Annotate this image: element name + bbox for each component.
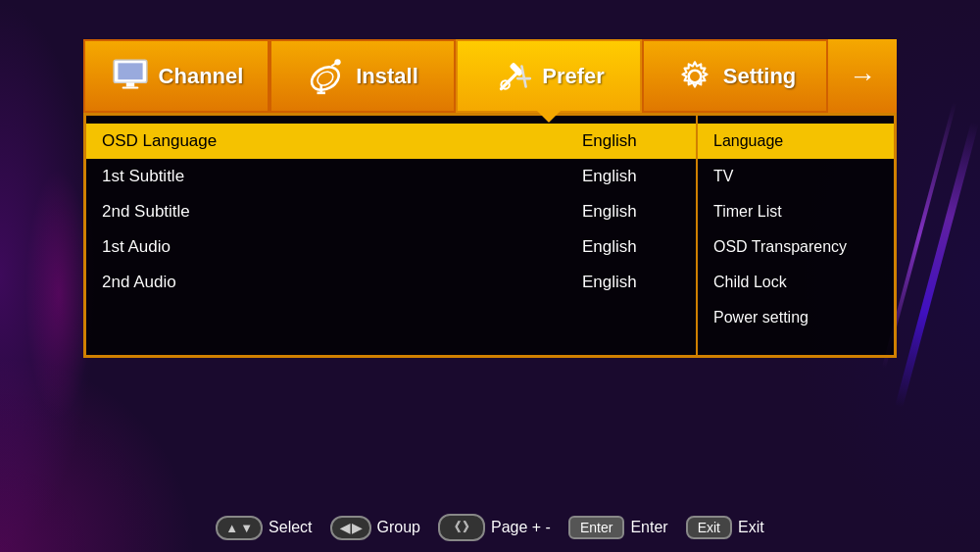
left-row-osd-language-label: OSD Language [102, 131, 582, 151]
left-row-1st-subtitle-label: 1st Subtitle [102, 167, 582, 186]
tab-setting-label: Setting [723, 64, 797, 89]
group-icon: ◀ ▶ [330, 516, 371, 540]
right-item-power-setting-label: Power setting [713, 309, 808, 326]
left-row-2nd-subtitle[interactable]: 2nd Subtitle English [86, 194, 696, 229]
exit-label: Exit [738, 519, 764, 536]
tab-more-arrow[interactable]: → [828, 39, 897, 113]
right-item-osd-transparency-label: OSD Transparency [713, 238, 847, 256]
left-row-2nd-subtitle-label: 2nd Subtitle [102, 202, 582, 222]
svg-rect-2 [125, 82, 133, 86]
svg-point-4 [308, 62, 343, 94]
svg-point-7 [335, 59, 341, 65]
tab-channel[interactable]: Channel [83, 39, 270, 113]
bottom-exit[interactable]: Exit Exit [686, 516, 764, 539]
right-item-timer-list-label: Timer List [713, 203, 782, 221]
right-item-tv-label: TV [713, 168, 733, 185]
nav-tabs: Channel Install [83, 39, 897, 113]
right-panel: Language TV Timer List OSD Transparency … [698, 116, 894, 355]
more-arrow-icon: → [849, 61, 876, 92]
right-item-timer-list[interactable]: Timer List [698, 194, 894, 229]
gear-icon [674, 56, 715, 97]
right-item-tv[interactable]: TV [698, 159, 894, 194]
left-row-1st-audio-label: 1st Audio [102, 237, 582, 257]
right-arrow-icon: ▶ [352, 521, 362, 535]
right-item-child-lock-label: Child Lock [713, 274, 787, 291]
up-arrow-icon: ▲ [225, 521, 238, 535]
left-row-2nd-audio-label: 2nd Audio [102, 273, 582, 292]
tab-setting[interactable]: Setting [642, 39, 828, 113]
right-item-language[interactable]: Language [698, 124, 894, 159]
svg-line-13 [522, 66, 526, 86]
left-arrow-icon: ◀ [340, 521, 350, 535]
down-arrow-icon: ▼ [240, 521, 253, 535]
page-label: Page + - [491, 519, 551, 536]
right-item-language-label: Language [713, 132, 783, 150]
tools-icon [493, 56, 534, 97]
left-row-2nd-audio-value: English [582, 273, 680, 292]
left-row-1st-subtitle-value: English [582, 167, 680, 186]
svg-rect-1 [118, 63, 142, 79]
main-container: Channel Install [83, 39, 897, 510]
right-item-osd-transparency[interactable]: OSD Transparency [698, 229, 894, 265]
right-item-power-setting[interactable]: Power setting [698, 300, 894, 335]
left-row-1st-subtitle[interactable]: 1st Subtitle English [86, 159, 696, 194]
tab-channel-label: Channel [159, 64, 244, 89]
select-icon: ▲ ▼ [216, 516, 263, 540]
tab-install-label: Install [356, 64, 418, 89]
dish-icon [307, 56, 348, 97]
left-row-1st-audio-value: English [582, 237, 680, 257]
tab-prefer[interactable]: Prefer [456, 39, 642, 113]
right-item-child-lock[interactable]: Child Lock [698, 265, 894, 300]
svg-rect-3 [122, 86, 138, 88]
enter-button-icon: Enter [568, 516, 624, 539]
left-row-2nd-audio[interactable]: 2nd Audio English [86, 265, 696, 300]
bottom-enter[interactable]: Enter Enter [568, 516, 668, 539]
left-row-osd-language-value: English [582, 131, 680, 151]
select-label: Select [269, 519, 312, 536]
svg-point-15 [688, 70, 701, 82]
bottom-page: 《 》 Page + - [438, 514, 551, 541]
exit-button-icon: Exit [686, 516, 732, 539]
tab-active-indicator [537, 111, 561, 123]
bottom-group: ◀ ▶ Group [330, 516, 420, 540]
tab-prefer-label: Prefer [542, 64, 605, 89]
tab-install[interactable]: Install [270, 39, 456, 113]
left-row-1st-audio[interactable]: 1st Audio English [86, 229, 696, 265]
left-row-2nd-subtitle-value: English [582, 202, 680, 222]
left-row-osd-language[interactable]: OSD Language English [86, 124, 696, 159]
left-panel: OSD Language English 1st Subtitle Englis… [86, 116, 698, 355]
group-label: Group [377, 519, 420, 536]
enter-label: Enter [630, 519, 667, 536]
content-area: OSD Language English 1st Subtitle Englis… [83, 113, 897, 358]
page-left-icon: 《 [448, 519, 461, 536]
monitor-icon [110, 56, 151, 97]
bottom-select: ▲ ▼ Select [216, 516, 312, 540]
bottom-bar: ▲ ▼ Select ◀ ▶ Group 《 》 Page + - Enter … [83, 503, 897, 552]
page-right-icon: 》 [463, 519, 475, 536]
page-icon: 《 》 [438, 514, 485, 541]
